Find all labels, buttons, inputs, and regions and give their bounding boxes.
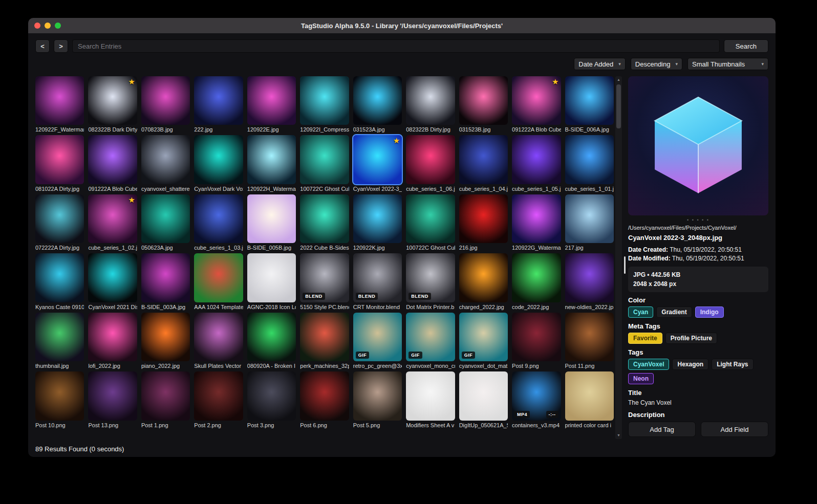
grid-item[interactable]: ★ 082322B Dark Dirty <box>88 76 137 133</box>
grid-item[interactable]: ★ 050623A.jpg <box>141 194 190 251</box>
thumbnail-image[interactable]: ★ <box>247 135 296 184</box>
grid-item[interactable]: ★ cube_series_1_05.j <box>512 135 561 191</box>
grid-item[interactable]: ★ 120922H_Waterma <box>247 135 296 191</box>
thumbnail-image[interactable]: ★ <box>35 253 84 302</box>
grid-item[interactable]: ★ 072222A Dirty.jpg <box>35 194 84 251</box>
grid-item[interactable]: ★ B-SIDE_005B.jpg <box>247 194 296 251</box>
grid-item[interactable]: ★ 216.jpg <box>459 194 508 251</box>
thumbnail-image[interactable]: ★ <box>565 135 614 184</box>
thumbnail-image[interactable]: ★ <box>300 76 349 125</box>
grid-item[interactable]: ★ B-SIDE_003A.jpg <box>141 253 190 310</box>
grid-item[interactable]: ★ CyanVoxel 2022-3_ <box>353 135 402 191</box>
thumbnail-image[interactable]: ★ <box>512 76 561 125</box>
grid-item[interactable]: ★ 081022A Dirty.jpg <box>35 135 84 191</box>
thumbnail-image[interactable]: ★ <box>141 76 190 125</box>
thumbnail-image[interactable]: ★ <box>194 76 243 125</box>
grid-item[interactable]: ★ 217.jpg <box>565 194 614 251</box>
thumbnail-image[interactable]: ★ <box>406 194 455 243</box>
thumbnail-image[interactable]: ★ <box>194 313 243 361</box>
thumbnail-image[interactable]: ★ <box>406 371 455 420</box>
panel-scrollbar[interactable] <box>624 256 626 274</box>
thumbnail-image[interactable]: ★ <box>247 76 296 125</box>
grid-item[interactable]: ★ printed color card i <box>565 371 614 428</box>
grid-item[interactable]: ★ perk_machines_32p <box>300 313 349 369</box>
thumbnail-image[interactable]: ★ MP4 -:-- <box>512 371 561 420</box>
tag-cyanvoxel[interactable]: CyanVoxel <box>628 359 669 370</box>
grid-item[interactable]: ★ 2022 Cube B-Sides <box>300 194 349 251</box>
thumbnail-image[interactable]: ★ <box>194 194 243 243</box>
thumbnail-image[interactable]: ★ <box>247 371 296 420</box>
grid-item[interactable]: ★ AGNC-2018 Icon Lo <box>247 253 296 310</box>
grid-item[interactable]: ★ Post 10.png <box>35 371 84 428</box>
thumbnail-image[interactable]: ★ <box>353 135 402 184</box>
grid-item[interactable]: ★ new-oldies_2022.jp <box>565 253 614 310</box>
tag-cyan[interactable]: Cyan <box>628 306 653 318</box>
grid-item[interactable]: ★ cube_series_1_04.j <box>459 135 508 191</box>
tag-light-rays[interactable]: Light Rays <box>712 359 753 370</box>
scrollbar-thumb[interactable] <box>616 84 621 128</box>
minimize-window-button[interactable] <box>45 23 51 29</box>
thumbnail-image[interactable]: ★ <box>35 194 84 243</box>
thumbnail-image[interactable]: ★ <box>459 76 508 125</box>
grid-item[interactable]: ★ BLEND 5150 Style PC.blend <box>300 253 349 310</box>
thumbnail-image[interactable]: ★ <box>194 371 243 420</box>
thumbnail-image[interactable]: ★ <box>88 371 137 420</box>
resize-handle[interactable]: • • • • • <box>628 218 768 222</box>
grid-item[interactable]: ★ cyanvoxel_shattere <box>141 135 190 191</box>
grid-item[interactable]: ★ 080920A - Broken I <box>247 313 296 369</box>
grid-item[interactable]: ★ cube_series_1_01.j <box>565 135 614 191</box>
thumbnail-image[interactable]: ★ <box>247 253 296 302</box>
grid-item[interactable]: ★ 091222A Blob Cube <box>512 76 561 133</box>
grid-item[interactable]: ★ GIF retro_pc_green@3x <box>353 313 402 369</box>
grid-item[interactable]: ★ cube_series_1_03.j <box>194 194 243 251</box>
grid-item[interactable]: ★ Post 13.png <box>88 371 137 428</box>
sort-field-dropdown[interactable]: Date Added ▾ <box>574 58 625 70</box>
grid-item[interactable]: ★ 031523B.jpg <box>459 76 508 133</box>
titlebar[interactable]: TagStudio Alpha 9.5.0 - Library '/Users/… <box>28 18 776 33</box>
thumbnail-image[interactable]: ★ <box>353 76 402 125</box>
add-tag-button[interactable]: Add Tag <box>628 422 696 437</box>
search-button[interactable]: Search <box>724 39 768 53</box>
thumbnail-image[interactable]: ★ <box>300 371 349 420</box>
thumbnail-image[interactable]: ★ <box>300 194 349 243</box>
thumbnail-image[interactable]: ★ BLEND <box>300 253 349 302</box>
thumbnail-image[interactable]: ★ <box>512 135 561 184</box>
thumbnail-image[interactable]: ★ <box>141 253 190 302</box>
grid-item[interactable]: ★ GIF cyanvoxel_mono_cr <box>406 313 455 369</box>
thumbnail-image[interactable]: ★ <box>353 371 402 420</box>
grid-item[interactable]: ★ 082322B Dirty.jpg <box>406 76 455 133</box>
thumbnail-image[interactable]: ★ BLEND <box>406 253 455 302</box>
thumbnail-image[interactable]: ★ <box>300 135 349 184</box>
grid-item[interactable]: ★ thumbnail.jpg <box>35 313 84 369</box>
tag-hexagon[interactable]: Hexagon <box>672 359 708 370</box>
thumbnail-image[interactable]: ★ GIF <box>459 313 508 361</box>
thumbnail-image[interactable]: ★ <box>194 253 243 302</box>
thumbnail-image[interactable]: ★ <box>247 194 296 243</box>
grid-item[interactable]: ★ cube_series_1_06.j <box>406 135 455 191</box>
grid-item[interactable]: ★ 120922G_Waterma <box>512 194 561 251</box>
thumbnail-image[interactable]: ★ GIF <box>406 313 455 361</box>
thumbnail-image[interactable]: ★ <box>88 313 137 361</box>
grid-item[interactable]: ★ CyanVoxel 2021 Dis <box>88 253 137 310</box>
grid-item[interactable]: ★ BLEND CRT Monitor.blend <box>353 253 402 310</box>
thumbnail-image[interactable]: ★ <box>88 135 137 184</box>
grid-item[interactable]: ★ piano_2022.jpg <box>141 313 190 369</box>
thumbnail-image[interactable]: ★ <box>512 253 561 302</box>
thumbnail-image[interactable]: ★ <box>141 313 190 361</box>
grid-item[interactable]: ★ Post 11.png <box>565 313 614 369</box>
thumbnail-image[interactable]: ★ <box>459 371 508 420</box>
grid-item[interactable]: ★ 222.jpg <box>194 76 243 133</box>
grid-item[interactable]: ★ BLEND Dot Matrix Printer.b <box>406 253 455 310</box>
thumbnail-image[interactable]: ★ <box>565 313 614 361</box>
tag-gradient[interactable]: Gradient <box>656 306 692 318</box>
thumbnail-image[interactable]: ★ <box>406 135 455 184</box>
grid-scrollbar[interactable]: ▲ ▼ <box>615 76 622 439</box>
grid-item[interactable]: ★ AAA 1024 Template <box>194 253 243 310</box>
thumbnail-image[interactable]: ★ <box>565 76 614 125</box>
thumbnail-image[interactable]: ★ <box>565 194 614 243</box>
grid-item[interactable]: ★ Post 3.png <box>247 371 296 428</box>
thumbnail-image[interactable]: ★ <box>35 313 84 361</box>
thumbnail-image[interactable]: ★ <box>300 313 349 361</box>
tag-indigo[interactable]: Indigo <box>695 306 724 318</box>
close-window-button[interactable] <box>34 23 40 29</box>
